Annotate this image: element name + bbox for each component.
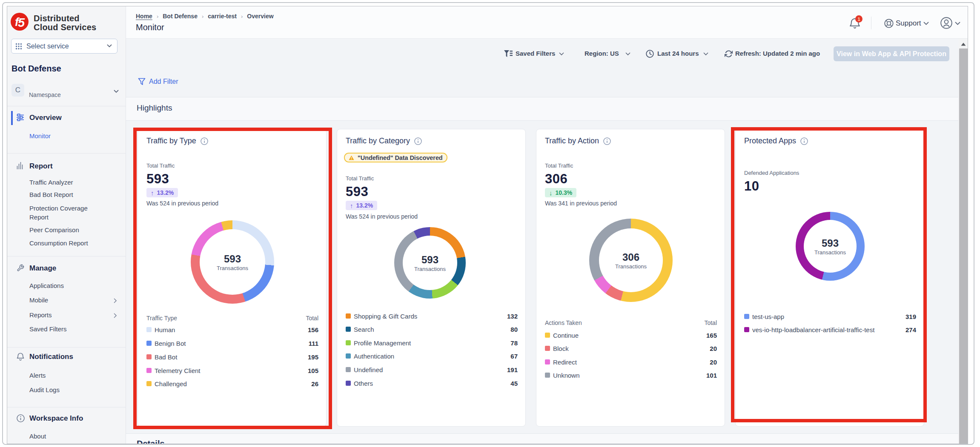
svg-text:5: 5 — [18, 16, 25, 29]
